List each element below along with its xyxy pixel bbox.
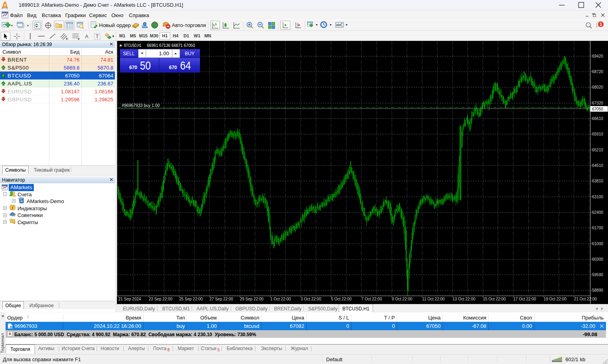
svg-text:50: 50 [140, 59, 151, 72]
svg-text:A: A [85, 33, 89, 39]
svg-text:670: 670 [129, 64, 137, 70]
svg-text:1: 1 [600, 22, 602, 27]
svg-text:69420: 69420 [592, 54, 603, 58]
svg-text:7 Oct 22:00: 7 Oct 22:00 [361, 297, 382, 301]
svg-text:29 Sep 22:00: 29 Sep 22:00 [240, 297, 264, 301]
svg-text:64: 64 [180, 59, 191, 72]
svg-text:9 Oct 22:00: 9 Oct 22:00 [392, 297, 412, 301]
svg-text:65210: 65210 [592, 148, 603, 152]
svg-text:59590: 59590 [592, 273, 603, 277]
svg-text:23 Sep 22:00: 23 Sep 22:00 [149, 297, 173, 301]
svg-text:63100: 63100 [592, 195, 603, 199]
svg-text:BUY: BUY [185, 51, 195, 56]
svg-text:1 Oct 22:00: 1 Oct 22:00 [270, 297, 291, 301]
svg-text:#96967933 buy 1.00: #96967933 buy 1.00 [122, 103, 160, 108]
svg-text:15 Oct 22:00: 15 Oct 22:00 [483, 297, 506, 301]
svg-text:3 Oct 22:00: 3 Oct 22:00 [301, 297, 321, 301]
svg-text:BTCUSD,H1: BTCUSD,H1 [124, 43, 142, 48]
svg-text:21 Sep 2024: 21 Sep 2024 [118, 297, 141, 301]
svg-text:SELL: SELL [123, 51, 135, 56]
svg-text:60300: 60300 [592, 257, 603, 261]
svg-text:13 Oct 22:00: 13 Oct 22:00 [453, 297, 476, 301]
svg-text:670: 670 [169, 64, 177, 70]
svg-text:E: E [66, 37, 68, 40]
svg-text:63810: 63810 [592, 179, 603, 183]
svg-text:17 Oct 22:00: 17 Oct 22:00 [513, 297, 536, 301]
svg-text:5 Oct 22:00: 5 Oct 22:00 [331, 297, 352, 301]
svg-text:27 Sep 22:00: 27 Sep 22:00 [210, 297, 233, 301]
svg-text:19 Oct 22:00: 19 Oct 22:00 [544, 297, 567, 301]
svg-text:66610: 66610 [592, 116, 603, 121]
svg-text:58890: 58890 [592, 288, 603, 292]
svg-text:T: T [95, 34, 99, 39]
svg-text:61700: 61700 [592, 226, 603, 230]
svg-text:68020: 68020 [592, 85, 603, 89]
svg-text:F: F [78, 38, 80, 40]
svg-text:66961 67136 66871 67050: 66961 67136 66871 67050 [147, 43, 195, 48]
svg-text:65910: 65910 [592, 132, 603, 136]
svg-text:11 Oct 22:00: 11 Oct 22:00 [422, 297, 445, 301]
svg-text:67050: 67050 [592, 107, 603, 111]
svg-text:67320: 67320 [592, 101, 603, 105]
svg-text:62400: 62400 [592, 210, 603, 215]
svg-text:25 Sep 22:00: 25 Sep 22:00 [179, 297, 203, 301]
svg-text:21 Oct 22:00: 21 Oct 22:00 [574, 297, 597, 301]
svg-text:1.00: 1.00 [159, 50, 169, 56]
svg-text:68720: 68720 [592, 70, 603, 74]
svg-text:61000: 61000 [592, 242, 603, 246]
svg-text:64510: 64510 [592, 163, 603, 168]
